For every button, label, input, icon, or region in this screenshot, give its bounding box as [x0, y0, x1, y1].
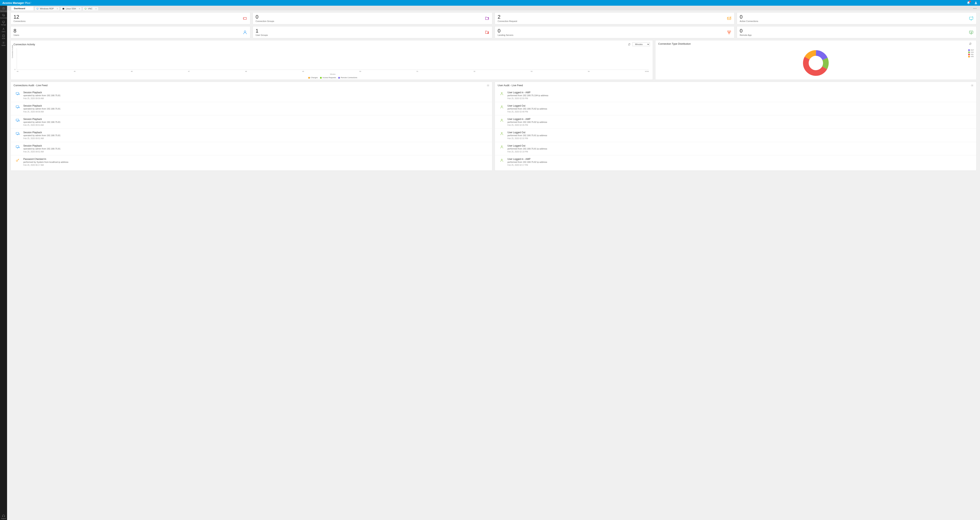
stat-card[interactable]: 12 Connections: [11, 12, 250, 24]
stat-icon: [485, 30, 489, 35]
stat-card[interactable]: 0 Active Connections: [737, 12, 977, 24]
feed-item[interactable]: Session Playback operated by admin from …: [11, 102, 492, 115]
svg-rect-5: [2, 516, 3, 517]
tab-vnc[interactable]: VNC×: [82, 7, 99, 10]
notifications-icon[interactable]: 2: [967, 1, 970, 5]
user-icon: [500, 92, 504, 96]
close-icon[interactable]: ×: [95, 7, 97, 10]
svg-rect-16: [729, 33, 730, 34]
feed-item[interactable]: Session Playback operated by admin from …: [11, 89, 492, 102]
feed-desc: operated by admin from 192.168.75.81: [23, 148, 60, 150]
sidebar-item-support[interactable]: Support: [0, 513, 7, 520]
panel-title: Connections Audit - Live Feed: [14, 84, 48, 87]
feed-title: Session Playback: [23, 131, 60, 134]
svg-rect-27: [16, 119, 19, 121]
sidebar-item-users[interactable]: Users: [0, 26, 7, 33]
time-unit-select[interactable]: Minutes: [633, 42, 650, 46]
svg-rect-6: [4, 516, 5, 517]
notification-badge: 2: [969, 1, 971, 2]
svg-rect-15: [730, 31, 731, 32]
feed-item[interactable]: Session Playback operated by admin from …: [11, 115, 492, 129]
gear-icon[interactable]: [487, 84, 489, 87]
feed-date: Feb 25, 2020 09:58 AM: [23, 111, 60, 113]
sidebar-item-manage[interactable]: Manage: [0, 19, 7, 26]
svg-point-37: [501, 119, 502, 120]
users-icon: [2, 27, 5, 30]
dashboard-icon: [2, 7, 5, 10]
feed-item[interactable]: User Logged in - AMP performed from 192.…: [495, 89, 976, 102]
svg-point-28: [19, 121, 20, 121]
x-axis-label: Minutes: [17, 73, 649, 75]
feed-desc: operated by admin from 192.168.75.81: [23, 94, 60, 97]
feed-desc: operated by admin from 192.168.75.81: [23, 121, 60, 123]
refresh-icon[interactable]: [628, 43, 630, 46]
sidebar-item-connections[interactable]: Connections: [0, 13, 7, 19]
stat-value: 0: [740, 28, 752, 33]
stat-card[interactable]: 2 Connection Request: [495, 12, 734, 24]
tab-overflow-button[interactable]: ⋯: [970, 6, 980, 10]
feed-desc: performed from 192.168.75.104 ip address: [508, 94, 549, 97]
feed-item[interactable]: User Logged Out performed from 192.168.7…: [495, 129, 976, 142]
monitor-icon: [84, 8, 87, 10]
svg-rect-9: [85, 8, 86, 9]
chart-legend: Changes Access Requests Remote Connectio…: [17, 76, 649, 79]
stat-label: Active Connections: [740, 20, 758, 22]
stat-icon: [485, 16, 489, 21]
stat-card[interactable]: 0 Remote App: [737, 26, 977, 38]
sidebar: Dashboard Connections Manage Users Audit…: [0, 6, 7, 520]
stat-card[interactable]: 0 Connection Groups: [253, 12, 492, 24]
feed-item[interactable]: User Logged Out performed from 192.168.7…: [495, 102, 976, 115]
sidebar-item-dashboard[interactable]: Dashboard: [0, 6, 7, 13]
stat-label: User Groups: [256, 34, 268, 36]
stat-icon: [969, 16, 974, 21]
svg-point-2: [3, 28, 4, 29]
tab-bar: Dashboard Windows RDP× Linux SSH× VNC× ⋯: [7, 6, 980, 10]
tab-linux-ssh[interactable]: Linux SSH×: [60, 7, 82, 10]
feed-item[interactable]: Session Playback operated by admin from …: [11, 142, 492, 155]
feed-item[interactable]: Session Playback operated by admin from …: [11, 129, 492, 142]
stat-value: 0: [256, 14, 274, 19]
stat-card[interactable]: 0 Landing Servers: [495, 26, 734, 38]
stat-value: 8: [14, 28, 19, 33]
feed-item[interactable]: User Logged in - AMP performed from 192.…: [495, 115, 976, 129]
user-icon: [500, 158, 504, 162]
sidebar-item-admin[interactable]: Admin: [0, 40, 7, 47]
svg-point-4: [3, 42, 4, 43]
user-icon[interactable]: [974, 1, 978, 5]
svg-rect-10: [727, 17, 731, 20]
stat-card[interactable]: 1 User Groups: [253, 26, 492, 38]
feed-desc: operated by admin from 192.168.75.81: [23, 134, 60, 137]
feed-desc: performed from 192.168.75.82 ip address: [508, 121, 547, 123]
feed-item[interactable]: User Logged Out performed from 192.168.7…: [495, 142, 976, 155]
user-audit-panel: User Audit - Live Feed User Logged in - …: [495, 82, 977, 171]
close-icon[interactable]: ×: [57, 7, 58, 10]
svg-rect-1: [3, 21, 5, 23]
svg-point-39: [501, 146, 502, 147]
feed-date: Feb 25, 2020 02:55 PM: [508, 97, 549, 100]
feed-item[interactable]: User Logged in - AMP performed from 192.…: [495, 155, 976, 169]
svg-rect-31: [16, 146, 19, 148]
stat-icon: [969, 30, 974, 35]
stat-label: Connections: [14, 20, 25, 22]
stat-card[interactable]: 8 Users: [11, 26, 250, 38]
feed-date: Feb 26, 2020 06:17 AM: [23, 164, 68, 166]
sidebar-item-audit[interactable]: Audit: [0, 33, 7, 40]
feed-title: Session Playback: [23, 118, 60, 121]
svg-point-33: [16, 160, 18, 161]
close-icon[interactable]: ×: [79, 7, 80, 10]
refresh-icon[interactable]: [969, 43, 972, 45]
brand: Access Manager Plus): [2, 2, 31, 5]
user-icon: [500, 145, 504, 149]
feed-desc: performed from 192.168.75.81 ip address: [508, 134, 547, 137]
feed-title: User Logged Out: [508, 145, 547, 147]
feed-item[interactable]: Password Checked In performed by System …: [11, 155, 492, 169]
feed-date: Feb 25, 2020 02:18 PM: [508, 151, 547, 153]
audit-icon: [2, 34, 5, 37]
tab-windows-rdp[interactable]: Windows RDP×: [34, 7, 60, 10]
feed-title: Session Playback: [23, 145, 60, 147]
svg-rect-29: [16, 132, 19, 134]
gear-icon[interactable]: [971, 84, 974, 87]
svg-point-12: [244, 31, 246, 32]
feed-date: Feb 25, 2020 09:52 AM: [23, 151, 60, 153]
tab-dashboard[interactable]: Dashboard: [11, 6, 34, 10]
